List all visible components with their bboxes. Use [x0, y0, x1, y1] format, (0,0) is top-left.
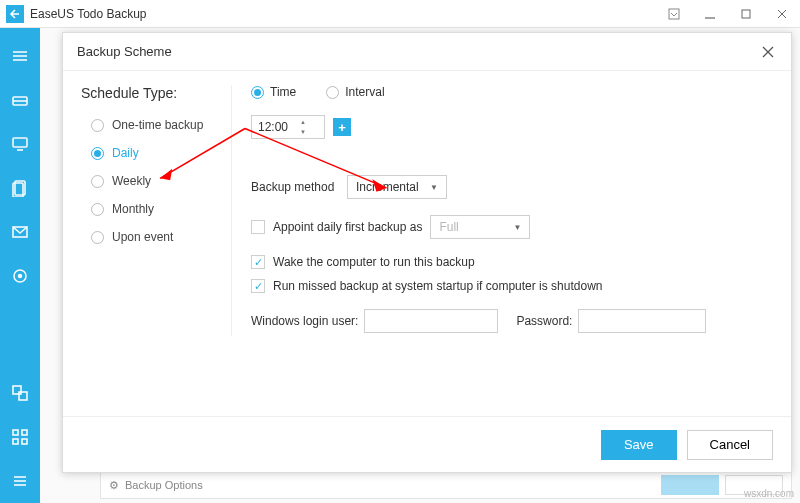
- mode-label: Time: [270, 85, 296, 99]
- schedule-monthly[interactable]: Monthly: [81, 195, 231, 223]
- svg-rect-22: [22, 439, 27, 444]
- add-time-button[interactable]: +: [333, 118, 351, 136]
- gear-icon: ⚙: [109, 479, 119, 492]
- schedule-one-time[interactable]: One-time backup: [81, 111, 231, 139]
- time-spinner[interactable]: ▲▼: [288, 117, 318, 137]
- svg-rect-19: [13, 430, 18, 435]
- close-icon[interactable]: [759, 43, 777, 61]
- logs-icon[interactable]: [0, 459, 40, 503]
- watermark: wsxdn.com: [744, 488, 794, 499]
- cancel-button[interactable]: Cancel: [687, 430, 773, 460]
- appoint-dropdown[interactable]: Full ▼: [430, 215, 530, 239]
- spinner-up-icon: ▲: [288, 117, 318, 127]
- mode-label: Interval: [345, 85, 384, 99]
- schedule-label: Weekly: [112, 174, 151, 188]
- smart-backup-icon[interactable]: [0, 254, 40, 298]
- menu-icon[interactable]: [0, 34, 40, 78]
- bg-primary-button: [661, 475, 719, 495]
- save-button[interactable]: Save: [601, 430, 677, 460]
- window-minimize-icon[interactable]: [692, 0, 728, 28]
- mode-time-radio[interactable]: Time: [251, 85, 296, 99]
- bg-options-label: Backup Options: [125, 479, 203, 491]
- schedule-label: Daily: [112, 146, 139, 160]
- window-maximize-icon[interactable]: [728, 0, 764, 28]
- schedule-daily[interactable]: Daily: [81, 139, 231, 167]
- svg-rect-0: [669, 9, 679, 19]
- backup-scheme-modal: Backup Scheme Schedule Type: One-time ba…: [62, 32, 792, 473]
- appoint-label: Appoint daily first backup as: [273, 220, 422, 234]
- run-missed-label: Run missed backup at system startup if c…: [273, 279, 602, 293]
- time-input[interactable]: 12:00 ▲▼: [251, 115, 325, 139]
- svg-rect-21: [13, 439, 18, 444]
- modal-title: Backup Scheme: [77, 44, 172, 59]
- wake-label: Wake the computer to run this backup: [273, 255, 475, 269]
- run-missed-checkbox[interactable]: [251, 279, 265, 293]
- disk-backup-icon[interactable]: [0, 78, 40, 122]
- time-value: 12:00: [258, 120, 288, 134]
- schedule-weekly[interactable]: Weekly: [81, 167, 231, 195]
- login-user-label: Windows login user:: [251, 314, 358, 328]
- help-dropdown-icon[interactable]: [656, 0, 692, 28]
- wake-checkbox[interactable]: [251, 255, 265, 269]
- svg-rect-10: [13, 138, 27, 147]
- spinner-down-icon: ▼: [288, 127, 318, 137]
- schedule-label: One-time backup: [112, 118, 203, 132]
- schedule-upon-event[interactable]: Upon event: [81, 223, 231, 251]
- dropdown-value: Full: [439, 220, 513, 234]
- schedule-label: Monthly: [112, 202, 154, 216]
- tools-icon[interactable]: [0, 415, 40, 459]
- svg-point-16: [19, 275, 22, 278]
- file-backup-icon[interactable]: [0, 166, 40, 210]
- svg-rect-2: [742, 10, 750, 18]
- chevron-down-icon: ▼: [430, 183, 438, 192]
- app-logo-icon: [6, 5, 24, 23]
- dropdown-value: Incremental: [356, 180, 430, 194]
- sidebar: [0, 28, 40, 503]
- background-options-bar: ⚙ Backup Options: [100, 471, 792, 499]
- window-titlebar: EaseUS Todo Backup: [0, 0, 800, 28]
- mode-interval-radio[interactable]: Interval: [326, 85, 384, 99]
- button-label: Cancel: [710, 437, 750, 452]
- svg-rect-20: [22, 430, 27, 435]
- appoint-checkbox[interactable]: [251, 220, 265, 234]
- password-label: Password:: [516, 314, 572, 328]
- mail-backup-icon[interactable]: [0, 210, 40, 254]
- backup-method-dropdown[interactable]: Incremental ▼: [347, 175, 447, 199]
- window-close-icon[interactable]: [764, 0, 800, 28]
- backup-method-label: Backup method: [251, 180, 347, 194]
- system-backup-icon[interactable]: [0, 122, 40, 166]
- schedule-type-heading: Schedule Type:: [81, 85, 231, 101]
- chevron-down-icon: ▼: [514, 223, 522, 232]
- button-label: Save: [624, 437, 654, 452]
- password-input[interactable]: [578, 309, 706, 333]
- clone-icon[interactable]: [0, 371, 40, 415]
- app-title: EaseUS Todo Backup: [30, 7, 147, 21]
- schedule-label: Upon event: [112, 230, 173, 244]
- login-user-input[interactable]: [364, 309, 498, 333]
